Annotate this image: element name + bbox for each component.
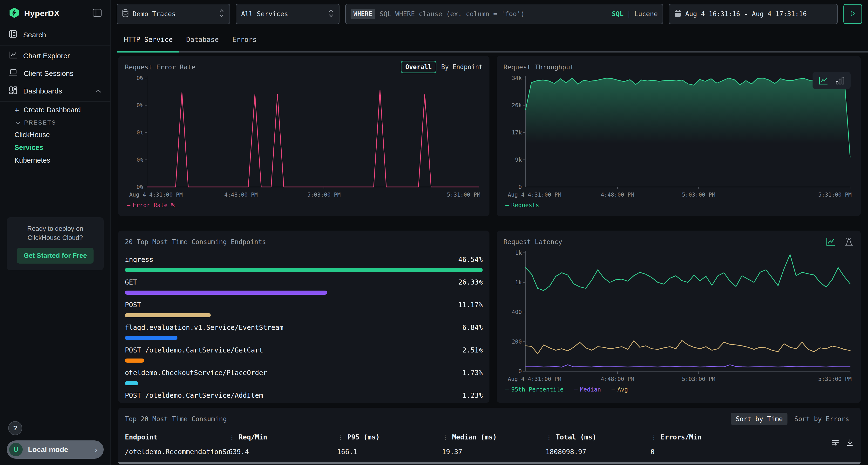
legend-item[interactable]: —Requests [505,202,539,209]
run-query-button[interactable] [843,4,862,24]
endpoint-row[interactable]: oteldemo.CheckoutService/PlaceOrder1.73% [125,369,483,385]
endpoint-bar [125,336,178,340]
chevron-down-icon [16,119,21,126]
top-endpoints-panel: 20 Top Most Time Consuming Endpoints ing… [118,231,490,403]
column-header-errors-min[interactable]: ⋮Errors/Min [651,433,854,441]
endpoint-row[interactable]: POST /oteldemo.CartService/GetCart2.51% [125,346,483,363]
help-button[interactable]: ? [8,421,22,435]
endpoint-bar-list: ingress46.54%GET26.33%POST11.17%flagd.ev… [125,256,483,403]
svg-text:Aug 4 4:31:00 PM: Aug 4 4:31:00 PM [129,192,183,198]
table-header-row: Endpoint⋮Req/Min⋮P95 (ms)⋮Median (ms)⋮To… [125,433,854,441]
svg-text:34k: 34k [512,75,522,81]
panel-title: 20 Top Most Time Consuming Endpoints [125,238,266,245]
column-resize-handle-icon[interactable]: ⋮ [228,433,235,441]
select-chevrons-icon [218,8,225,20]
create-dashboard-button[interactable]: + Create Dashboard [0,103,111,117]
column-resize-handle-icon[interactable]: ⋮ [651,433,657,441]
bar-chart-icon[interactable] [835,76,845,85]
error-rate-chart: 0%0%0%0%0%Aug 4 4:31:00 PM4:48:00 PM5:03… [125,74,483,199]
table-row[interactable]: /oteldemo.RecommendationServ639.4166.119… [125,448,854,456]
column-resize-handle-icon[interactable]: ⋮ [442,433,449,441]
column-header-req-min[interactable]: ⋮Req/Min [228,433,337,441]
sidebar-item-client-sessions[interactable]: Client Sessions [0,65,111,82]
presets-toggle[interactable]: PRESETS [0,117,111,128]
charts-row-1: Request Error Rate Overall By Endpoint 0… [118,56,861,216]
tab-http-service[interactable]: HTTP Service [117,36,179,53]
legend-item[interactable]: —Median [574,386,601,393]
service-select[interactable]: All Services [236,4,340,24]
sidebar-item-chart-explorer[interactable]: Chart Explorer [0,47,111,65]
client-sessions-icon [9,68,18,78]
sql-mode-button[interactable]: SQL [612,10,623,18]
hyperdx-logo-icon [9,7,20,19]
throughput-legend: —Requests [503,202,854,209]
column-header-p95-ms-[interactable]: ⋮P95 (ms) [337,433,442,441]
svg-text:5:31:00 PM: 5:31:00 PM [818,376,851,382]
endpoint-row[interactable]: flagd.evaluation.v1.Service/EventStream6… [125,324,483,340]
download-icon[interactable] [846,438,854,447]
endpoint-row[interactable]: POST11.17% [125,301,483,317]
table-cell: /oteldemo.RecommendationServ [125,448,228,456]
sidebar-item-label: Client Sessions [24,69,73,77]
endpoint-bar [125,381,138,385]
endpoint-row[interactable]: GET26.33% [125,278,483,295]
sidebar-item-dashboards[interactable]: Dashboards [0,82,111,100]
local-mode-button[interactable]: U Local mode › [7,440,104,459]
source-select-value: Demo Traces [133,10,176,18]
sidebar-preset-kubernetes[interactable]: Kubernetes [0,154,111,167]
column-header-total-ms-[interactable]: ⋮Total (ms) [546,433,651,441]
sidebar-divider [0,101,111,102]
sort-by-time-button[interactable]: Sort by Time [731,413,787,425]
sidebar-preset-clickhouse[interactable]: ClickHouse [0,128,111,141]
table-header-icons [831,438,854,447]
source-select[interactable]: Demo Traces [117,4,230,24]
legend-dash-icon: — [612,386,615,393]
sidebar-item-search[interactable]: Search [0,26,111,44]
collapse-sidebar-icon[interactable] [93,9,102,18]
get-started-button[interactable]: Get Started for Free [17,248,94,264]
error-rate-toggle: Overall By Endpoint [401,61,483,73]
legend-dash-icon: — [505,202,509,209]
column-header-endpoint[interactable]: Endpoint [125,433,228,441]
by-endpoint-toggle-button[interactable]: By Endpoint [441,63,483,71]
legend-item[interactable]: —95th Percentile [505,386,563,393]
lucene-mode-button[interactable]: Lucene [634,10,658,18]
endpoint-row[interactable]: ingress46.54% [125,256,483,272]
row-options-icon[interactable] [831,438,840,447]
svg-text:1k: 1k [515,279,522,286]
svg-text:Aug 4 4:31:00 PM: Aug 4 4:31:00 PM [508,192,561,198]
tab-errors[interactable]: Errors [225,36,263,53]
histogram-icon[interactable] [844,237,854,246]
horizontal-scrollbar[interactable] [118,462,861,464]
endpoints-table-panel: Top 20 Most Time Consuming Sort by Time … [118,408,861,465]
column-resize-handle-icon[interactable]: ⋮ [337,433,344,441]
endpoint-row[interactable]: POST /oteldemo.CartService/AddItem1.23% [125,392,483,403]
time-range-picker[interactable]: Aug 4 16:31:16 - Aug 4 17:31:16 [669,4,838,24]
svg-text:5:03:00 PM: 5:03:00 PM [682,192,715,198]
sidebar-preset-services[interactable]: Services [0,141,111,154]
latency-chart: 02004001k1kAug 4 4:31:00 PM4:48:00 PM5:0… [503,248,854,383]
line-chart-icon[interactable] [818,76,829,85]
calendar-icon [674,9,681,19]
chart-explorer-icon [9,51,18,61]
legend-item[interactable]: —Error Rate % [127,202,175,209]
svg-text:400: 400 [512,309,522,315]
overall-toggle-button[interactable]: Overall [401,61,436,73]
endpoint-label: flagd.evaluation.v1.Service/EventStream [125,324,283,332]
endpoint-label: ingress [125,256,153,264]
line-chart-icon[interactable] [826,237,836,246]
query-input[interactable] [379,10,607,18]
column-resize-handle-icon[interactable]: ⋮ [546,433,552,441]
column-header-median-ms-[interactable]: ⋮Median (ms) [442,433,546,441]
svg-text:1k: 1k [515,250,522,256]
legend-item[interactable]: —Avg [612,386,628,393]
legend-label: Median [580,386,601,393]
sort-by-errors-button[interactable]: Sort by Errors [789,413,854,425]
legend-dash-icon: — [127,202,130,209]
table-cell: 1808098.97 [546,448,651,456]
svg-text:200: 200 [512,338,522,345]
svg-text:5:03:00 PM: 5:03:00 PM [682,376,715,382]
table-sort-toggle: Sort by Time Sort by Errors [731,413,854,425]
plus-icon: + [14,107,19,113]
tab-database[interactable]: Database [179,36,225,53]
